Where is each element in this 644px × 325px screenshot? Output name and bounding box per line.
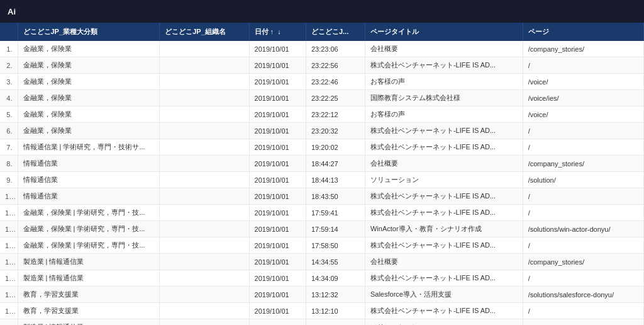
cell-date: 2019/10/01 — [249, 57, 306, 74]
cell-page-title: 会社概要 — [365, 156, 523, 172]
table-row: 11.金融業，保険業 | 学術研究，専門・技...2019/10/0117:59… — [0, 205, 644, 221]
cell-soshiki — [160, 123, 249, 139]
col-header-gyoshu[interactable]: どこどこJP_業種大分類 — [18, 23, 160, 41]
cell-gyoshu: 教育，学習支援業 — [18, 303, 160, 319]
col-header-dodoko[interactable]: どこどこJ... — [306, 23, 365, 41]
cell-time: 23:20:32 — [306, 123, 365, 139]
cell-page: /solution/ — [523, 319, 643, 326]
cell-time: 13:12:32 — [306, 287, 365, 303]
cell-page-title: Salesforce導入・活用支援 — [365, 287, 523, 303]
cell-page: / — [523, 205, 643, 221]
cell-page: /voice/ — [523, 74, 643, 90]
cell-num: 11. — [0, 205, 18, 221]
cell-date: 2019/10/01 — [249, 270, 306, 287]
cell-date: 2019/10/01 — [249, 41, 306, 57]
cell-num: 2. — [0, 57, 18, 74]
cell-page: / — [523, 303, 643, 319]
cell-page: /solutions/win-actor-donyu/ — [523, 221, 643, 237]
table-header-row: どこどこJP_業種大分類 どこどこJP_組織名 日付 ↑ ↓ どこどこJ... … — [0, 23, 644, 41]
cell-time: 23:22:12 — [306, 106, 365, 123]
cell-date: 2019/10/01 — [249, 303, 306, 319]
cell-num: 14. — [0, 254, 18, 270]
cell-time: 16:13:58 — [306, 319, 365, 326]
cell-num: 8. — [0, 156, 18, 172]
table-container: どこどこJP_業種大分類 どこどこJP_組織名 日付 ↑ ↓ どこどこJ... … — [0, 23, 644, 325]
cell-page-title: 株式会社ベンチャーネット-LIFE IS AD... — [365, 303, 523, 319]
cell-page-title: 株式会社ベンチャーネット-LIFE IS AD... — [365, 237, 523, 254]
cell-page-title: WinActor導入・教育・シナリオ作成 — [365, 221, 523, 237]
cell-page-title: ソリューション — [365, 172, 523, 188]
cell-time: 23:23:06 — [306, 41, 365, 57]
cell-soshiki — [160, 156, 249, 172]
cell-page: / — [523, 139, 643, 156]
cell-gyoshu: 情報通信業 — [18, 188, 160, 205]
cell-num: 3. — [0, 74, 18, 90]
cell-date: 2019/10/01 — [249, 172, 306, 188]
cell-time: 18:44:13 — [306, 172, 365, 188]
cell-gyoshu: 製造業 | 情報通信業 — [18, 270, 160, 287]
table-row: 3.金融業，保険業2019/10/0123:22:46お客様の声/voice/ — [0, 74, 644, 90]
table-row: 8.情報通信業2019/10/0118:44:27会社概要/company_st… — [0, 156, 644, 172]
cell-num: 1. — [0, 41, 18, 57]
cell-time: 14:34:09 — [306, 270, 365, 287]
col-header-page-title[interactable]: ページタイトル — [365, 23, 523, 41]
cell-time: 14:34:55 — [306, 254, 365, 270]
cell-page: / — [523, 57, 643, 74]
cell-gyoshu: 金融業，保険業 | 学術研究，専門・技... — [18, 237, 160, 254]
cell-page-title: 株式会社ベンチャーネット-LIFE IS AD... — [365, 123, 523, 139]
cell-page: / — [523, 123, 643, 139]
cell-soshiki — [160, 172, 249, 188]
cell-date: 2019/10/01 — [249, 205, 306, 221]
cell-page-title: お客様の声 — [365, 106, 523, 123]
cell-date: 2019/10/02 — [249, 319, 306, 326]
cell-num: 13. — [0, 237, 18, 254]
cell-date: 2019/10/01 — [249, 287, 306, 303]
cell-soshiki — [160, 205, 249, 221]
cell-date: 2019/10/01 — [249, 74, 306, 90]
cell-time: 17:58:50 — [306, 237, 365, 254]
cell-num: 16. — [0, 287, 18, 303]
table-row: 1.金融業，保険業2019/10/0123:23:06会社概要/company_… — [0, 41, 644, 57]
cell-page-title: 株式会社ベンチャーネット-LIFE IS AD... — [365, 139, 523, 156]
cell-num: 15. — [0, 270, 18, 287]
cell-soshiki — [160, 41, 249, 57]
cell-page: /company_stories/ — [523, 156, 643, 172]
table-row: 16.教育，学習支援業2019/10/0113:12:32Salesforce導… — [0, 287, 644, 303]
cell-gyoshu: 情報通信業 | 学術研究，専門・技術サ... — [18, 139, 160, 156]
cell-soshiki — [160, 57, 249, 74]
cell-gyoshu: 金融業，保険業 — [18, 123, 160, 139]
cell-date: 2019/10/01 — [249, 123, 306, 139]
cell-page: /voice/ies/ — [523, 90, 643, 106]
col-header-date[interactable]: 日付 ↑ ↓ — [249, 23, 306, 41]
cell-soshiki — [160, 221, 249, 237]
cell-soshiki — [160, 237, 249, 254]
cell-gyoshu: 情報通信業 — [18, 156, 160, 172]
cell-page-title: 株式会社ベンチャーネット-LIFE IS AD... — [365, 205, 523, 221]
col-header-soshiki[interactable]: どこどこJP_組織名 — [160, 23, 249, 41]
cell-gyoshu: 金融業，保険業 — [18, 41, 160, 57]
top-bar-title: Ai — [8, 7, 16, 16]
cell-time: 18:43:50 — [306, 188, 365, 205]
cell-soshiki — [160, 74, 249, 90]
cell-date: 2019/10/01 — [249, 237, 306, 254]
cell-page-title: ソリューション — [365, 319, 523, 326]
table-row: 12.金融業，保険業 | 学術研究，専門・技...2019/10/0117:59… — [0, 221, 644, 237]
table-row: 13.金融業，保険業 | 学術研究，専門・技...2019/10/0117:58… — [0, 237, 644, 254]
col-header-page[interactable]: ページ — [523, 23, 643, 41]
cell-num: 17. — [0, 303, 18, 319]
cell-time: 23:22:25 — [306, 90, 365, 106]
cell-soshiki — [160, 270, 249, 287]
cell-gyoshu: 金融業，保険業 | 学術研究，専門・技... — [18, 205, 160, 221]
table-row: 15.製造業 | 情報通信業2019/10/0114:34:09株式会社ベンチャ… — [0, 270, 644, 287]
cell-num: 18. — [0, 319, 18, 326]
cell-date: 2019/10/01 — [249, 139, 306, 156]
table-body: 1.金融業，保険業2019/10/0123:23:06会社概要/company_… — [0, 41, 644, 325]
table-row: 10.情報通信業2019/10/0118:43:50株式会社ベンチャーネット-L… — [0, 188, 644, 205]
cell-time: 13:12:10 — [306, 303, 365, 319]
cell-page: /solutions/salesforce-donyu/ — [523, 287, 643, 303]
cell-page-title: 株式会社ベンチャーネット-LIFE IS AD... — [365, 188, 523, 205]
cell-time: 19:20:02 — [306, 139, 365, 156]
cell-page: / — [523, 270, 643, 287]
cell-gyoshu: 情報通信業 — [18, 172, 160, 188]
cell-soshiki — [160, 106, 249, 123]
